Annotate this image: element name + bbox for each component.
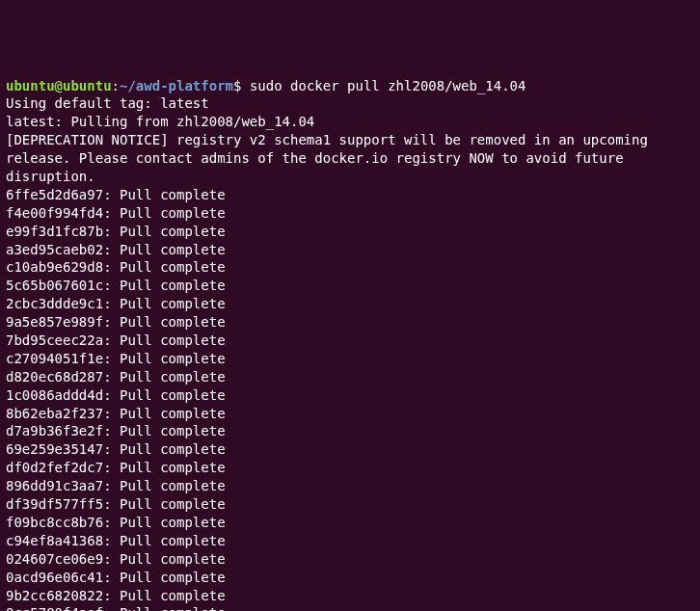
pull-complete-line: 9b2cc6820822: Pull complete: [6, 587, 694, 605]
pull-complete-line: 9a5e857e989f: Pull complete: [6, 313, 694, 332]
output-line: Using default tag: latest: [6, 94, 694, 113]
pull-complete-line: a3ed95caeb02: Pull complete: [6, 241, 694, 259]
pull-complete-line: f09bc8cc8b76: Pull complete: [6, 514, 694, 532]
pull-complete-line: 8cc5780f4aef: Pull complete: [6, 604, 694, 611]
prompt-user-host: ubuntu@ubuntu: [6, 78, 112, 93]
prompt-colon: :: [112, 78, 120, 93]
prompt-path: ~/awd-platform: [120, 78, 233, 93]
pull-complete-line: 1c0086addd4d: Pull complete: [6, 386, 694, 405]
pull-complete-line: 7bd95ceec22a: Pull complete: [6, 332, 694, 350]
pull-complete-line: c27094051f1e: Pull complete: [6, 350, 694, 368]
output-line: [DEPRECATION NOTICE] registry v2 schema1…: [6, 131, 694, 186]
pull-complete-line: 5c65b067601c: Pull complete: [6, 277, 694, 295]
pull-complete-line: 024607ce06e9: Pull complete: [6, 550, 694, 569]
terminal-window[interactable]: ubuntu@ubuntu:~/awd-platform$ sudo docke…: [6, 77, 694, 611]
pull-complete-line: 69e259e35147: Pull complete: [6, 440, 694, 459]
pull-complete-line: 2cbc3ddde9c1: Pull complete: [6, 295, 694, 313]
pull-complete-line: 8b62eba2f237: Pull complete: [6, 405, 694, 423]
pull-complete-line: c94ef8a41368: Pull complete: [6, 532, 694, 550]
prompt-dollar: $: [233, 78, 250, 93]
pull-complete-line: 0acd96e06c41: Pull complete: [6, 569, 694, 587]
pull-complete-line: f4e00f994fd4: Pull complete: [6, 204, 694, 223]
command-text: sudo docker pull zhl2008/web_14.04: [250, 78, 526, 93]
prompt-line: ubuntu@ubuntu:~/awd-platform$ sudo docke…: [6, 77, 694, 95]
pull-complete-line: d820ec68d287: Pull complete: [6, 368, 694, 386]
pull-complete-line: e99f3d1fc87b: Pull complete: [6, 223, 694, 241]
pull-complete-line: d7a9b36f3e2f: Pull complete: [6, 422, 694, 440]
pull-complete-line: df0d2fef2dc7: Pull complete: [6, 459, 694, 477]
pull-complete-line: 896dd91c3aa7: Pull complete: [6, 477, 694, 495]
output-line: latest: Pulling from zhl2008/web_14.04: [6, 113, 694, 131]
pull-complete-line: df39df577ff5: Pull complete: [6, 495, 694, 514]
pull-complete-line: 6ffe5d2d6a97: Pull complete: [6, 186, 694, 204]
pull-complete-line: c10ab9e629d8: Pull complete: [6, 258, 694, 277]
terminal-output: Using default tag: latestlatest: Pulling…: [6, 94, 694, 611]
